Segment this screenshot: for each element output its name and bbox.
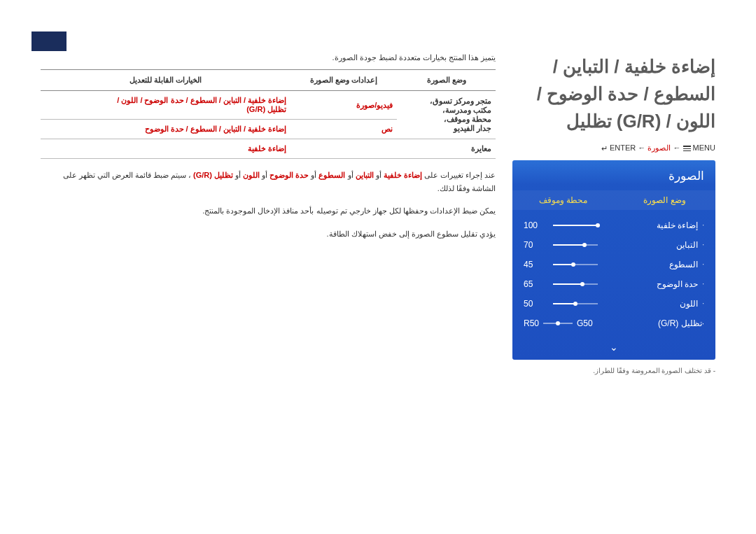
osd-row-backlight[interactable]: · إضاءة خلفية 100 bbox=[524, 216, 704, 235]
osd-label: اللون bbox=[598, 299, 698, 309]
th-options: الخيارات القابلة للتعديل bbox=[41, 70, 290, 91]
tint-slider[interactable] bbox=[543, 323, 573, 324]
tint-r-value: R50 bbox=[524, 318, 539, 328]
page-content: إضاءة خلفية / التباين / السطوع / حدة الو… bbox=[0, 0, 756, 374]
settings-table: وضع الصورة إعدادات وضع الصورة الخيارات ا… bbox=[41, 69, 496, 159]
options-text: إضاءة خلفية / التباين / السطوع / حدة الو… bbox=[145, 125, 287, 133]
note-1: عند إجراء تغييرات على إضاءة خلفية أو الت… bbox=[41, 169, 496, 195]
slider[interactable] bbox=[553, 244, 598, 246]
note-text: أو bbox=[374, 171, 382, 179]
bullet-icon: · bbox=[702, 260, 704, 268]
note-text: أو bbox=[345, 171, 353, 179]
bullet-icon: · bbox=[702, 241, 704, 248]
osd-title: الصورة bbox=[512, 160, 715, 190]
tint-g-value: G50 bbox=[577, 318, 593, 328]
bullet-icon: · bbox=[702, 300, 704, 307]
mode-cell: معايرة bbox=[397, 139, 496, 159]
note-text: أو bbox=[309, 171, 316, 179]
osd-label: التباين bbox=[598, 240, 698, 250]
options-cell: إضاءة خلفية / التباين / السطوع / حدة الو… bbox=[41, 120, 290, 139]
options-text: إضاءة خلفية bbox=[248, 144, 286, 153]
note-red: حدة الوضوح bbox=[270, 171, 309, 179]
options-text: تظليل (G/R) bbox=[246, 105, 286, 113]
mode-text: معايرة bbox=[471, 144, 491, 153]
options-cell: إضاءة خلفية bbox=[41, 139, 290, 159]
note-2: يمكن ضبط الإعدادات وحفظها لكل جهاز خارجي… bbox=[41, 204, 496, 218]
arrow-icon: ← bbox=[673, 143, 680, 152]
osd-panel: الصورة وضع الصورة محطة وموقف · إضاءة خلف… bbox=[512, 160, 715, 360]
note-text: عند إجراء تغييرات على bbox=[422, 171, 496, 179]
enter-label: ENTER bbox=[610, 143, 636, 152]
note-red: تظليل (G/R) bbox=[193, 171, 233, 179]
osd-row-contrast[interactable]: · التباين 70 bbox=[524, 235, 704, 255]
settings-text: فيديو/صورة bbox=[356, 101, 393, 109]
menu-label: MENU bbox=[693, 143, 715, 152]
table-row: معايرة إضاءة خلفية bbox=[41, 139, 496, 159]
th-settings: إعدادات وضع الصورة bbox=[290, 70, 397, 91]
osd-label: حدة الوضوح bbox=[598, 279, 698, 289]
table-header-row: وضع الصورة إعدادات وضع الصورة الخيارات ا… bbox=[41, 70, 496, 91]
mode-text: جدار الفيديو bbox=[454, 124, 491, 132]
bullet-icon: · bbox=[702, 280, 704, 288]
note-red: إضاءة خلفية bbox=[384, 171, 422, 179]
main-title: إضاءة خلفية / التباين / السطوع / حدة الو… bbox=[512, 53, 715, 135]
mode-text: مكتب ومدرسة bbox=[445, 106, 491, 114]
disclaimer-text: - قد تختلف الصورة المعروضة وفقًا للطراز. bbox=[512, 367, 715, 374]
osd-tabs: وضع الصورة محطة وموقف bbox=[512, 190, 715, 210]
note-red: السطوع bbox=[318, 171, 345, 179]
bullet-icon: · bbox=[702, 318, 704, 328]
table-row: متجر ومركز تسوق، مكتب ومدرسة، محطة وموقف… bbox=[41, 91, 496, 120]
osd-value: 65 bbox=[524, 279, 545, 289]
mode-text: متجر ومركز تسوق bbox=[433, 97, 491, 105]
osd-value: 70 bbox=[524, 240, 545, 250]
settings-cell: نص bbox=[290, 120, 397, 139]
osd-row-sharpness[interactable]: · حدة الوضوح 65 bbox=[524, 274, 704, 294]
osd-value: 45 bbox=[524, 260, 545, 269]
chevron-down-icon[interactable]: ⌄ bbox=[512, 337, 715, 360]
note-red: اللون bbox=[243, 171, 260, 179]
osd-rows: · إضاءة خلفية 100 · التباين 70 · السطوع … bbox=[512, 210, 715, 337]
mode-cell: متجر ومركز تسوق، مكتب ومدرسة، محطة وموقف… bbox=[397, 91, 496, 139]
arrow-icon: ← bbox=[638, 143, 645, 152]
osd-value: 100 bbox=[524, 220, 545, 230]
osd-value: 50 bbox=[524, 299, 545, 309]
slider[interactable] bbox=[553, 225, 598, 226]
osd-label: تظليل (G/R) bbox=[597, 318, 702, 328]
slider[interactable] bbox=[553, 283, 598, 285]
bullet-icon: · bbox=[702, 221, 704, 229]
note-red: التباين bbox=[356, 171, 374, 179]
osd-row-brightness[interactable]: · السطوع 45 bbox=[524, 255, 704, 274]
osd-tab-station[interactable]: محطة وموقف bbox=[512, 190, 614, 210]
osd-row-color[interactable]: · اللون 50 bbox=[524, 294, 704, 314]
note-text: أو bbox=[260, 171, 267, 179]
left-column: يتميز هذا المنتج بخيارات متعددة لضبط جود… bbox=[41, 53, 496, 374]
osd-label: إضاءة خلفية bbox=[598, 220, 698, 230]
right-column: إضاءة خلفية / التباين / السطوع / حدة الو… bbox=[512, 53, 715, 374]
osd-row-tint[interactable]: · تظليل (G/R) G50 R50 bbox=[524, 314, 704, 333]
intro-text: يتميز هذا المنتج بخيارات متعددة لضبط جود… bbox=[41, 53, 496, 62]
th-mode: وضع الصورة bbox=[397, 70, 496, 91]
osd-label: السطوع bbox=[598, 260, 698, 269]
breadcrumb: MENU ← الصورة ← ENTER ↵ bbox=[512, 143, 715, 153]
enter-icon: ↵ bbox=[601, 144, 608, 153]
osd-tab-picture-mode[interactable]: وضع الصورة bbox=[614, 190, 715, 210]
settings-text: نص bbox=[382, 125, 393, 133]
mode-text: محطة وموقف bbox=[447, 115, 491, 123]
corner-tab bbox=[31, 31, 66, 51]
settings-cell: فيديو/صورة bbox=[290, 91, 397, 120]
note-text: أو bbox=[233, 171, 241, 179]
breadcrumb-picture: الصورة bbox=[648, 143, 671, 152]
options-cell: إضاءة خلفية / التباين / السطوع / حدة الو… bbox=[41, 91, 290, 120]
settings-cell bbox=[290, 139, 397, 159]
note-3: يؤدي تقليل سطوع الصورة إلى خفض استهلاك ا… bbox=[41, 227, 496, 241]
menu-icon bbox=[683, 146, 691, 152]
options-text: إضاءة خلفية / التباين / السطوع / حدة الو… bbox=[117, 96, 286, 104]
slider[interactable] bbox=[553, 303, 598, 304]
slider[interactable] bbox=[553, 264, 598, 265]
